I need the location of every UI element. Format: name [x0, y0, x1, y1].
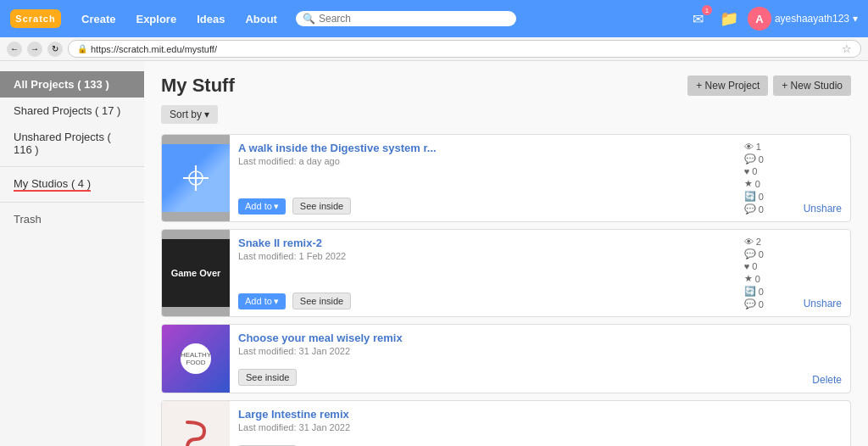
- unshare-button[interactable]: Unshare: [804, 298, 842, 309]
- sort-bar: Sort by ▾: [161, 105, 851, 124]
- project-name[interactable]: Snake II remix-2: [238, 237, 727, 249]
- project-thumbnail: Game Over: [162, 230, 230, 316]
- thumb-snake: Game Over: [162, 239, 230, 307]
- page-title: My Stuff: [161, 75, 235, 97]
- user-dropdown-icon: ▾: [853, 13, 858, 25]
- sidebar-label-all: All Projects ( 133 ): [14, 78, 109, 91]
- unshare-button[interactable]: Unshare: [804, 203, 842, 215]
- address-bar: ← → ↻ 🔒 https://scratch.mit.edu/mystuff/…: [0, 37, 868, 61]
- delete-button[interactable]: Delete: [812, 374, 842, 386]
- shares-count: 0: [759, 299, 764, 309]
- sidebar-label-shared: Shared Projects ( 17 ): [14, 104, 120, 117]
- url-bar[interactable]: 🔒 https://scratch.mit.edu/mystuff/ ☆: [68, 40, 861, 58]
- sort-by-button[interactable]: Sort by ▾: [161, 105, 218, 124]
- add-to-button[interactable]: Add to ▾: [238, 198, 286, 215]
- share-icon: 💬: [744, 203, 756, 215]
- project-action-right: Delete: [804, 401, 850, 446]
- sidebar-item-my-studios[interactable]: My Studios ( 4 ): [0, 170, 144, 198]
- share-icon: 💬: [744, 298, 756, 309]
- sidebar-divider-2: [0, 202, 144, 203]
- loves-count: 0: [752, 261, 757, 271]
- project-stats: 👁2 💬0 ♥0 ★0 🔄0 💬0: [736, 230, 795, 316]
- search-input[interactable]: [319, 13, 509, 25]
- shares-count: 0: [759, 204, 764, 215]
- project-name[interactable]: Choose your meal wisely remix: [238, 332, 795, 344]
- project-action-right: Delete: [804, 325, 850, 393]
- sidebar-item-shared[interactable]: Shared Projects ( 17 ): [0, 98, 144, 124]
- logo-text: Scratch: [15, 14, 55, 24]
- nav-links: Create Explore Ideas About: [73, 9, 286, 29]
- add-to-dropdown-icon: ▾: [274, 201, 279, 212]
- thumb-art: [175, 161, 217, 195]
- content-header: My Stuff + New Project + New Studio: [161, 75, 851, 97]
- thumb-circle: HEALTHY FOOD: [181, 343, 211, 374]
- project-name[interactable]: Large Intestine remix: [238, 408, 795, 421]
- add-to-button[interactable]: Add to ▾: [238, 293, 286, 309]
- intestine-art: [175, 414, 217, 446]
- see-inside-button[interactable]: See inside: [238, 369, 297, 386]
- new-project-button[interactable]: + New Project: [687, 75, 768, 96]
- search-bar: 🔍: [296, 11, 516, 26]
- bookmark-icon: ☆: [842, 42, 852, 55]
- sort-dropdown-icon: ▾: [204, 109, 209, 120]
- thumb-choose: HEALTHY FOOD: [162, 325, 230, 393]
- star-icon: ★: [744, 273, 753, 284]
- project-modified: Last modified: 31 Jan 2022: [238, 422, 795, 432]
- backpack-button[interactable]: 📁: [717, 7, 741, 31]
- views-count: 1: [756, 142, 761, 152]
- sidebar-divider: [0, 166, 144, 167]
- project-card: Large Intestine remix Last modified: 31 …: [161, 400, 851, 446]
- main-layout: All Projects ( 133 ) Shared Projects ( 1…: [0, 61, 868, 446]
- new-studio-button[interactable]: + New Studio: [773, 75, 851, 96]
- stars-count: 0: [755, 274, 760, 284]
- thumb-text-choose: HEALTHY FOOD: [181, 351, 211, 366]
- see-inside-button[interactable]: See inside: [292, 293, 351, 309]
- project-thumbnail: HEALTHY FOOD: [162, 325, 230, 393]
- star-icon: ★: [744, 178, 753, 189]
- views-count: 2: [756, 237, 761, 247]
- scratch-logo[interactable]: Scratch: [10, 9, 61, 28]
- heart-icon: ♥: [744, 261, 750, 271]
- nav-about[interactable]: About: [236, 9, 286, 29]
- search-icon: 🔍: [303, 13, 315, 25]
- remix-icon: 🔄: [744, 191, 756, 202]
- sidebar-label-my-studios: My Studios ( 4 ): [14, 177, 91, 192]
- nav-create[interactable]: Create: [73, 9, 124, 29]
- project-stats: 👁1 💬0 ♥0 ★0 🔄0 💬0: [736, 135, 795, 221]
- thumb-text: Game Over: [171, 268, 221, 278]
- lock-icon: 🔒: [77, 44, 87, 53]
- add-to-label: Add to: [245, 201, 272, 211]
- thumb-digestive: [162, 144, 230, 212]
- nav-explore[interactable]: Explore: [127, 9, 185, 29]
- back-button[interactable]: ←: [7, 42, 22, 57]
- nav-icons: ✉ 1 📁 A ayeshaayath123 ▾: [687, 7, 858, 31]
- comment-icon: 💬: [744, 248, 756, 259]
- heart-icon: ♥: [744, 166, 750, 176]
- project-actions: See inside: [238, 369, 795, 386]
- project-thumbnail: [162, 135, 230, 221]
- user-menu[interactable]: A ayeshaayath123 ▾: [748, 7, 858, 31]
- project-card: Game Over Snake II remix-2 Last modified…: [161, 229, 851, 317]
- project-card: A walk inside the Digestive system r... …: [161, 134, 851, 222]
- project-info: Choose your meal wisely remix Last modif…: [230, 325, 804, 393]
- thumb-intestine: [162, 401, 230, 446]
- nav-ideas[interactable]: Ideas: [188, 9, 233, 29]
- messages-button[interactable]: ✉ 1: [687, 7, 710, 31]
- project-info: A walk inside the Digestive system r... …: [230, 135, 736, 221]
- forward-button[interactable]: →: [27, 42, 42, 57]
- reload-button[interactable]: ↻: [47, 42, 63, 57]
- add-to-dropdown-icon: ▾: [274, 296, 279, 307]
- project-name[interactable]: A walk inside the Digestive system r...: [238, 142, 727, 154]
- eye-icon: 👁: [744, 142, 754, 152]
- sidebar-item-trash[interactable]: Trash: [0, 206, 144, 232]
- avatar: A: [748, 7, 771, 31]
- loves-count: 0: [752, 166, 757, 176]
- project-thumbnail: [162, 401, 230, 446]
- logo-area: Scratch: [10, 9, 61, 28]
- see-inside-button[interactable]: See inside: [292, 198, 351, 215]
- add-to-label: Add to: [245, 296, 272, 306]
- remixes-count: 0: [759, 287, 764, 297]
- sidebar-item-all-projects[interactable]: All Projects ( 133 ): [0, 71, 144, 98]
- sidebar-item-unshared[interactable]: Unshared Projects ( 116 ): [0, 124, 144, 163]
- content-area: My Stuff + New Project + New Studio Sort…: [144, 61, 868, 446]
